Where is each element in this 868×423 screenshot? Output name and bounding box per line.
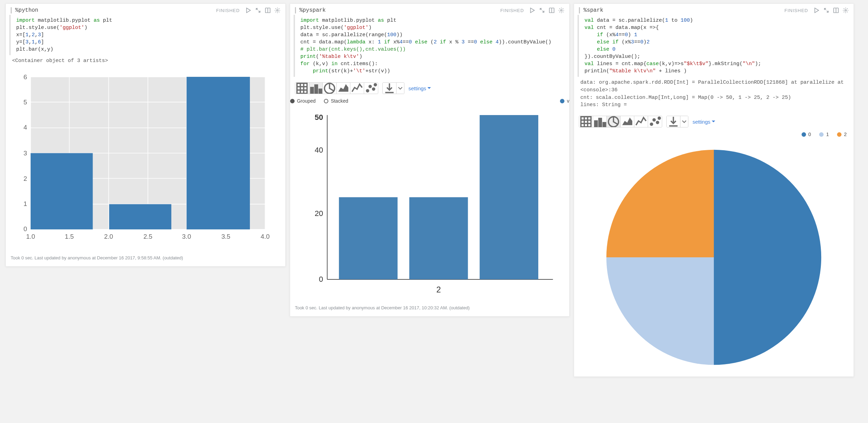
collapse-icon[interactable] [255, 7, 261, 13]
svg-point-46 [369, 85, 371, 87]
pie-chart-button[interactable] [323, 83, 337, 94]
interpreter-label: %python [15, 7, 214, 13]
svg-text:2: 2 [23, 175, 27, 182]
svg-rect-43 [319, 89, 321, 93]
legend-1[interactable]: 1 [819, 132, 829, 137]
line-chart-button[interactable] [634, 116, 648, 127]
collapse-icon[interactable] [823, 7, 829, 13]
collapse-icon[interactable] [539, 7, 545, 13]
svg-rect-56 [409, 197, 468, 279]
cell-gutter [11, 7, 12, 13]
svg-text:0: 0 [319, 275, 323, 283]
cell-gutter [295, 7, 296, 13]
svg-rect-57 [479, 115, 538, 279]
svg-point-72 [657, 122, 659, 124]
svg-text:50: 50 [315, 113, 323, 122]
svg-marker-59 [815, 8, 818, 13]
download-group [666, 116, 688, 127]
notebook-cell-python: %python FINISHED import matplotlib.pyplo… [6, 3, 286, 267]
pie-legend: 0 1 2 [574, 130, 854, 140]
area-chart-button[interactable] [621, 116, 634, 127]
svg-text:20: 20 [315, 209, 323, 218]
legend-stacked[interactable]: Stacked [324, 98, 348, 104]
status-label: FINISHED [784, 8, 808, 13]
legend-series-v[interactable]: v [560, 98, 569, 104]
area-chart-button[interactable] [337, 83, 350, 94]
svg-text:1: 1 [23, 200, 27, 207]
scatter-chart-button[interactable] [648, 116, 662, 127]
chart-type-group [579, 116, 662, 127]
svg-point-1 [276, 10, 278, 11]
svg-text:3: 3 [23, 149, 27, 157]
cell-gutter [579, 7, 580, 13]
settings-button[interactable]: settings [692, 119, 715, 125]
svg-text:6: 6 [23, 73, 27, 81]
table-view-button[interactable] [579, 116, 593, 127]
book-icon[interactable] [549, 7, 555, 13]
bar-chart-button[interactable] [593, 116, 607, 127]
svg-text:0: 0 [23, 225, 27, 233]
svg-rect-36 [297, 83, 307, 93]
svg-text:2.5: 2.5 [144, 233, 152, 240]
line-chart-button[interactable] [350, 83, 364, 94]
status-label: FINISHED [500, 8, 524, 13]
svg-marker-34 [531, 8, 534, 13]
cell-footer: Took 0 sec. Last updated by anonymous at… [6, 251, 285, 266]
svg-rect-68 [603, 122, 606, 126]
svg-rect-67 [599, 118, 601, 126]
interpreter-label: %spark [583, 7, 782, 13]
download-dropdown[interactable] [396, 83, 404, 94]
output-text: <Container object of 3 artists> [6, 57, 285, 68]
svg-point-35 [561, 10, 562, 11]
settings-button[interactable]: settings [409, 85, 431, 91]
download-button[interactable] [383, 83, 396, 94]
svg-text:1.0: 1.0 [26, 233, 35, 240]
run-icon[interactable] [245, 7, 252, 13]
result-toolbar: settings [574, 112, 854, 130]
svg-text:3.0: 3.0 [182, 233, 191, 240]
matplotlib-bar-chart: 012 3456 1.01.52.0 2.53.03.54.0 [6, 68, 285, 251]
zeppelin-pie-chart [574, 140, 854, 376]
result-toolbar: settings [290, 79, 570, 96]
gear-icon[interactable] [274, 7, 280, 13]
book-icon[interactable] [833, 7, 839, 13]
svg-rect-42 [315, 85, 317, 93]
svg-text:40: 40 [315, 146, 323, 154]
download-button[interactable] [667, 116, 680, 127]
run-icon[interactable] [529, 7, 536, 13]
svg-text:4: 4 [23, 124, 27, 131]
scatter-chart-button[interactable] [364, 83, 378, 94]
bar-chart-button[interactable] [309, 83, 323, 94]
svg-point-60 [845, 10, 847, 11]
gear-icon[interactable] [558, 7, 564, 13]
code-editor[interactable]: val data = sc.parallelize(1 to 100) val … [578, 15, 850, 77]
caret-down-icon [427, 87, 431, 91]
svg-point-73 [658, 117, 660, 119]
svg-text:2.0: 2.0 [104, 233, 113, 240]
run-icon[interactable] [814, 7, 820, 13]
notebook-cell-pyspark: %pyspark FINISHED import matplotlib.pypl… [290, 3, 570, 317]
pie-chart-button[interactable] [607, 116, 621, 127]
download-dropdown[interactable] [680, 116, 688, 127]
download-group [382, 82, 404, 94]
svg-text:4.0: 4.0 [261, 233, 269, 240]
svg-marker-0 [246, 8, 250, 13]
legend-0[interactable]: 0 [802, 132, 811, 137]
notebook-cell-spark: %spark FINISHED val data = sc.paralleliz… [574, 3, 854, 377]
code-editor[interactable]: import matplotlib.pyplot as plt plt.styl… [9, 15, 282, 55]
svg-rect-61 [581, 116, 591, 126]
legend-2[interactable]: 2 [837, 132, 847, 137]
book-icon[interactable] [265, 7, 271, 13]
svg-rect-18 [109, 204, 171, 229]
gear-icon[interactable] [843, 7, 849, 13]
output-text: data: org.apache.spark.rdd.RDD[Int] = Pa… [574, 79, 854, 112]
svg-rect-17 [31, 153, 93, 229]
legend-grouped[interactable]: Grouped [290, 98, 316, 104]
svg-point-47 [372, 88, 374, 90]
svg-point-48 [374, 84, 376, 86]
svg-point-70 [650, 123, 653, 125]
code-editor[interactable]: import matplotlib.pyplot as plt plt.styl… [294, 15, 566, 77]
table-view-button[interactable] [295, 83, 309, 94]
status-label: FINISHED [216, 8, 240, 13]
svg-text:2: 2 [436, 285, 441, 294]
